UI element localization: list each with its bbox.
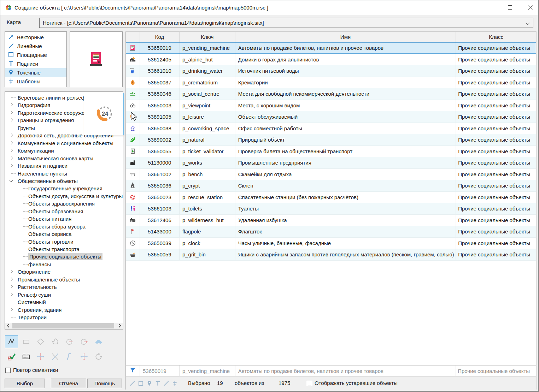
tree-item[interactable]: Объекты транспорта — [5, 245, 123, 253]
table-row[interactable]: 53650055p_ticket_validatorПроверка билет… — [126, 146, 536, 158]
chevron-right-icon[interactable] — [10, 156, 13, 160]
chevron-right-icon[interactable] — [10, 118, 13, 122]
scroll-right-icon[interactable] — [117, 323, 121, 327]
chevron-right-icon[interactable] — [10, 277, 13, 281]
tool-cross-arrows-tool[interactable] — [77, 350, 90, 363]
tree-item[interactable]: Системный — [5, 298, 123, 306]
table-row[interactable]: 53650046p_social_centreМеста для свободн… — [126, 88, 536, 100]
tree-item[interactable]: Территории — [5, 314, 123, 321]
tool-polygon-tool[interactable] — [48, 335, 61, 348]
filter-icon-cell[interactable] — [126, 366, 140, 376]
table-row[interactable]: 2453891005p_leisureОбъект обслуживаемыйП… — [126, 111, 536, 123]
tree-item[interactable]: финансы — [5, 261, 123, 268]
table-row[interactable]: 53650023p_rescue_stationСпасательные ста… — [126, 192, 536, 203]
tree-item[interactable]: Объекты торговли — [5, 238, 123, 245]
repeat-semantics-checkbox[interactable]: Повтор семантики — [5, 367, 58, 374]
table-row[interactable]: 53650039p_clockЧасы уличные, башенные, ф… — [126, 238, 536, 249]
tree-item[interactable]: Объекты сбора мусора — [5, 223, 123, 230]
table-row[interactable]: 53650059p_grit_binЯщики с аварийным запа… — [126, 249, 536, 261]
tree-item[interactable]: Объекты образования — [5, 208, 123, 215]
tool-zigzag[interactable] — [5, 335, 18, 348]
filter-code-field[interactable]: 53650019 — [140, 366, 180, 376]
tool-keyboard-tool[interactable] — [19, 350, 33, 363]
map-dropdown[interactable]: Ногинск - [c:\Users\Public\Documents\Pan… — [39, 18, 533, 28]
close-button[interactable] — [522, 0, 538, 15]
tool-semantics-tool[interactable] — [5, 350, 18, 363]
chevron-right-icon[interactable] — [10, 103, 13, 107]
tree-item[interactable]: Объекты питания — [5, 215, 123, 222]
type-item-text[interactable]: Подписи — [5, 59, 66, 68]
tree-item[interactable]: Названия и подписи — [5, 162, 123, 170]
maximize-button[interactable] — [502, 0, 518, 15]
table-row[interactable]: 53661003p_toiletsТуалетыПрочие социальны… — [126, 203, 536, 215]
tree-item[interactable]: Коммуникации — [5, 147, 123, 154]
tool-scurve-tool[interactable] — [63, 350, 76, 363]
table-row[interactable]: 53650036p_cryptСклепПрочие социальные об… — [126, 180, 536, 192]
header-class[interactable]: Класс — [456, 32, 536, 42]
scroll-left-icon[interactable] — [7, 323, 11, 327]
chevron-right-icon[interactable] — [10, 141, 13, 144]
table-row[interactable]: 53650003p_viewpointМеста, с хорошим видо… — [126, 100, 536, 112]
tool-circle-arrow-tool[interactable] — [77, 335, 90, 348]
type-item-template[interactable]: Шаблоны — [5, 77, 66, 86]
tree-item[interactable]: Промышленные объекты — [5, 276, 123, 283]
tool-car-tool[interactable] — [92, 335, 105, 348]
tree-item[interactable]: Населенные пункты — [5, 170, 123, 177]
type-item-area[interactable]: Площадные — [5, 51, 66, 59]
tree-item[interactable]: Объекты досуга, искусства и культуры — [5, 192, 123, 200]
tree-item[interactable]: Растительность — [5, 283, 123, 291]
tree-guide-line — [23, 234, 28, 234]
table-row[interactable]: 53890002p_naturalПриродный объектПрочие … — [126, 134, 536, 146]
tree-item[interactable]: Строения, здания — [5, 306, 123, 314]
tool-curves-tool[interactable] — [48, 350, 61, 363]
filter-name-field[interactable]: Автоматы по продаже билетов, напитков и … — [235, 366, 456, 376]
chevron-right-icon[interactable] — [10, 270, 13, 273]
header-code[interactable]: Код — [140, 32, 180, 42]
table-row[interactable]: 53661002p_benchСкамейки для отдыхаПрочие… — [126, 169, 536, 180]
tool-circle-refresh-tool[interactable] — [92, 350, 105, 363]
tree-item[interactable]: Прочие социальные объекты — [5, 253, 123, 260]
chevron-right-icon[interactable] — [10, 111, 13, 114]
table-row[interactable]: 53650019p_vending_machineАвтоматы по про… — [126, 42, 536, 54]
chevron-right-icon[interactable] — [10, 133, 13, 137]
table-row[interactable]: 53650037p_crematoriumКрематорииПрочие со… — [126, 77, 536, 89]
tree-item[interactable]: Коммунальные и социальные объекты — [5, 139, 123, 147]
scrollbar-thumb[interactable] — [12, 323, 114, 328]
minimize-button[interactable] — [482, 0, 498, 15]
type-item-point[interactable]: Точечные — [5, 68, 66, 77]
chevron-right-icon[interactable] — [10, 285, 13, 289]
chevron-down-icon[interactable] — [10, 178, 13, 182]
select-button[interactable]: Выбор — [5, 379, 45, 388]
type-item-line[interactable]: Линейные — [5, 42, 66, 51]
table-row[interactable]: 51130000p_worksПромышленные предприятияП… — [126, 157, 536, 169]
tree-horizontal-scrollbar[interactable] — [5, 323, 123, 329]
chevron-right-icon[interactable] — [10, 292, 13, 296]
table-row[interactable]: 51433000flagpoleФлагштокПрочие социальны… — [126, 226, 536, 238]
table-row[interactable]: 53661010p_drinking_waterИсточник питьево… — [126, 65, 536, 77]
chevron-right-icon[interactable] — [10, 308, 13, 311]
help-button[interactable]: Помощь — [87, 379, 122, 388]
tree-item[interactable]: Объекты сервиса — [5, 230, 123, 238]
table-row[interactable]: 53612405p_alpine_hutДомики в горах для а… — [126, 54, 536, 66]
tool-diamond-tool[interactable] — [34, 335, 47, 348]
cancel-button[interactable]: Отмена — [51, 379, 86, 388]
tree-item[interactable]: Государственные учреждения — [5, 185, 123, 192]
chevron-right-icon[interactable] — [10, 149, 13, 152]
tool-rect-tool[interactable] — [19, 335, 33, 348]
tree-item[interactable]: Оформление — [5, 268, 123, 275]
tree-item[interactable]: Математическая основа карты — [5, 155, 123, 162]
table-row[interactable]: 53650038p_coworking_spaceОфис совместной… — [126, 123, 536, 135]
tool-cross-arrows-tool[interactable] — [34, 350, 47, 363]
show-obsolete-checkbox[interactable]: Отображать устаревшие объекты — [307, 376, 398, 390]
header-key[interactable]: Ключ — [180, 32, 235, 42]
filter-class-field[interactable]: Прочие социальные объекты — [456, 366, 536, 376]
filter-key-field[interactable]: p_vending_machine — [180, 366, 235, 376]
chevron-right-icon[interactable] — [10, 164, 13, 167]
header-name[interactable]: Имя — [235, 32, 456, 42]
tree-item[interactable]: Объекты здравоохранения — [5, 200, 123, 207]
tree-item[interactable]: Общественные объекты — [5, 177, 123, 185]
tool-circle-line-tool[interactable] — [63, 335, 76, 348]
table-row[interactable]: 53612406p_wilderness_hutУдаленная избушк… — [126, 215, 536, 226]
type-item-vector[interactable]: Векторные — [5, 33, 66, 42]
tree-item[interactable]: Рельеф суши — [5, 291, 123, 298]
